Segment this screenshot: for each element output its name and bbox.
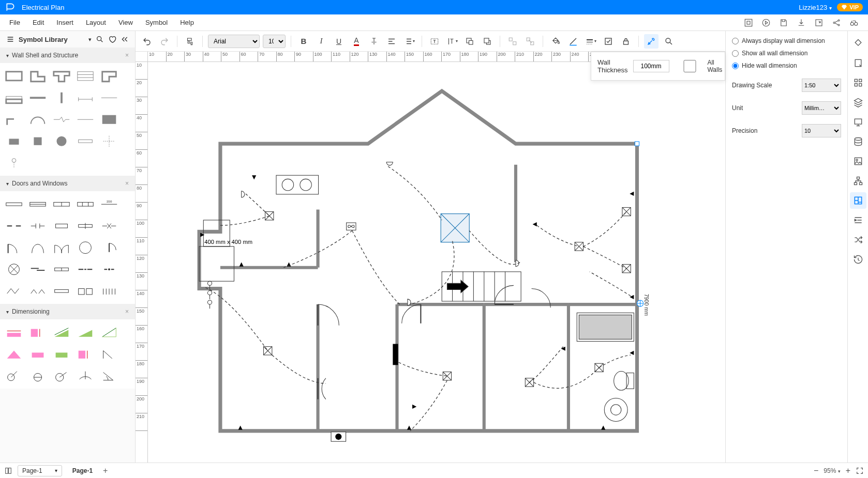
page-icon[interactable] <box>850 55 866 71</box>
shape-corner[interactable] <box>3 110 25 129</box>
menu-view[interactable]: View <box>112 16 139 29</box>
save-icon[interactable] <box>779 18 788 27</box>
download-icon[interactable] <box>797 18 806 27</box>
category-wall-shell[interactable]: ▾ Wall Shell and Structure × <box>0 48 135 63</box>
format-painter-button[interactable] <box>183 34 197 49</box>
italic-button[interactable]: I <box>314 34 328 49</box>
collapse-icon[interactable] <box>121 35 129 43</box>
shape-wall-plan[interactable] <box>3 88 25 107</box>
binoculars-icon[interactable] <box>849 18 859 27</box>
shape-wall-thin[interactable] <box>98 88 120 107</box>
page-selector[interactable]: Page-1▾ <box>18 465 62 476</box>
username[interactable]: Lizzie123▾ <box>799 4 832 11</box>
shape-fill-rect[interactable] <box>98 110 120 129</box>
lock-button[interactable] <box>619 34 633 49</box>
shape-dim-g2[interactable] <box>74 322 96 342</box>
line-style-button[interactable]: ▾ <box>583 34 598 49</box>
play-icon[interactable] <box>761 18 771 27</box>
align-button[interactable] <box>384 34 399 49</box>
shape-node[interactable] <box>3 153 25 173</box>
shape-sliding-2[interactable] <box>51 259 72 279</box>
drawing-canvas[interactable]: 400 mm x 400 mm <box>148 62 725 462</box>
list-button[interactable]: ▾ <box>402 34 416 49</box>
radio-hide-dim[interactable]: Hide wall dimension <box>732 62 841 69</box>
shape-dim-red3[interactable] <box>3 344 25 364</box>
sitemap-icon[interactable] <box>850 173 866 189</box>
shape-dim-arc1[interactable] <box>3 366 25 386</box>
shape-garage-2[interactable] <box>74 281 96 301</box>
menu-layout[interactable]: Layout <box>80 16 112 29</box>
wall-thickness-input[interactable] <box>633 60 669 72</box>
share-icon[interactable] <box>832 18 841 27</box>
zoom-level[interactable]: 95% ▾ <box>824 467 840 474</box>
fullscreen-icon[interactable] <box>856 467 864 475</box>
heart-icon[interactable] <box>108 35 116 43</box>
shape-wall-l2[interactable] <box>98 66 120 86</box>
group-button[interactable] <box>505 34 520 49</box>
shape-wall-l1[interactable] <box>27 66 49 86</box>
bold-button[interactable]: B <box>296 34 311 49</box>
bring-front-button[interactable] <box>462 34 477 49</box>
category-dimensioning[interactable]: ▾ Dimensioning × <box>0 304 135 319</box>
menu-symbol[interactable]: Symbol <box>139 16 174 29</box>
shape-folding-1[interactable] <box>3 281 25 301</box>
shape-dim-rad1[interactable] <box>51 366 72 386</box>
all-walls-checkbox[interactable]: All Walls <box>675 59 728 73</box>
shape-dim-arc2[interactable] <box>27 366 49 386</box>
shape-dim-g4[interactable] <box>51 344 72 364</box>
shape-garage-3[interactable] <box>98 281 120 301</box>
shape-revolving[interactable] <box>3 259 25 279</box>
shape-section[interactable] <box>74 110 96 129</box>
vip-badge[interactable]: VIP <box>837 3 863 11</box>
font-color-button[interactable]: A <box>349 34 364 49</box>
indent-icon[interactable] <box>850 212 866 228</box>
line-color-button[interactable] <box>566 34 580 49</box>
radio-always-dim[interactable]: Always display wall dimension <box>732 37 841 44</box>
radio-show-dim[interactable]: Show all wall dimension <box>732 50 841 57</box>
shape-dim-rad2[interactable] <box>74 366 96 386</box>
grid-icon[interactable] <box>850 74 866 91</box>
send-back-button[interactable] <box>480 34 495 49</box>
category-doors-windows[interactable]: ▾ Doors and Windows × <box>0 176 135 191</box>
shape-opening-3[interactable] <box>51 216 72 236</box>
menu-edit[interactable]: Edit <box>26 16 50 29</box>
layers-icon[interactable] <box>850 94 866 111</box>
shape-opening-2[interactable] <box>27 216 49 236</box>
shape-door-3[interactable] <box>51 238 72 257</box>
shape-sliding-3[interactable] <box>74 259 96 279</box>
fill-color-button[interactable] <box>548 34 563 49</box>
shape-door-1[interactable] <box>3 238 25 257</box>
database-icon[interactable] <box>850 133 866 150</box>
shape-garage-1[interactable] <box>51 281 72 301</box>
page-tab[interactable]: Page-1 <box>67 465 98 476</box>
shape-dim-red4[interactable] <box>27 344 49 364</box>
checkbox-button[interactable] <box>601 34 616 49</box>
shape-square[interactable] <box>27 131 49 151</box>
text-height-button[interactable] <box>367 34 381 49</box>
shape-circle[interactable] <box>51 131 72 151</box>
close-icon[interactable]: × <box>125 308 129 315</box>
vertical-text-button[interactable]: ▾ <box>445 34 459 49</box>
shape-dim-angle[interactable] <box>98 344 120 364</box>
floorplan-icon[interactable] <box>850 192 866 209</box>
shape-small-rect[interactable] <box>3 131 25 151</box>
shape-dim-red2[interactable] <box>27 322 49 342</box>
ungroup-button[interactable] <box>523 34 537 49</box>
shape-dim-angle2[interactable] <box>98 366 120 386</box>
undo-button[interactable] <box>140 34 154 49</box>
tools-button[interactable] <box>644 34 659 49</box>
shape-folding-2[interactable] <box>27 281 49 301</box>
unit-select[interactable]: Millim… <box>802 101 841 115</box>
shape-dim-g1[interactable] <box>51 322 72 342</box>
text-box-button[interactable] <box>427 34 442 49</box>
shape-door-5[interactable] <box>98 238 120 257</box>
shape-dim-g3[interactable] <box>98 322 120 342</box>
shape-window-4[interactable] <box>74 194 96 214</box>
shape-dim-red1[interactable] <box>3 322 25 342</box>
shape-arc[interactable] <box>27 110 49 129</box>
search-canvas-button[interactable] <box>662 34 676 49</box>
shape-window-2[interactable] <box>27 194 49 214</box>
shape-wall-t[interactable] <box>51 66 72 86</box>
zoom-out-button[interactable]: − <box>814 466 818 475</box>
shape-window-3[interactable] <box>51 194 72 214</box>
